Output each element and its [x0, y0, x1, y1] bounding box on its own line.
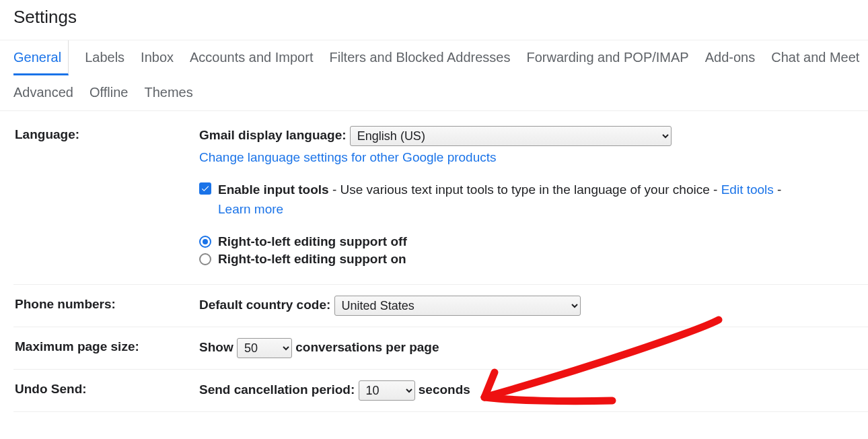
enable-input-tools-label: Enable input tools: [218, 182, 329, 197]
tab-themes[interactable]: Themes: [144, 75, 192, 110]
tab-offline[interactable]: Offline: [89, 75, 128, 110]
display-language-select[interactable]: English (US): [350, 126, 672, 146]
enable-input-tools-checkbox[interactable]: [199, 182, 211, 195]
edit-tools-link[interactable]: Edit tools: [721, 182, 774, 197]
tab-filters-blocked[interactable]: Filters and Blocked Addresses: [329, 40, 510, 75]
default-country-code-label: Default country code:: [199, 298, 330, 312]
display-language-label: Gmail display language:: [199, 128, 347, 142]
page-size-select[interactable]: 50: [237, 338, 292, 358]
tab-accounts-and-import[interactable]: Accounts and Import: [190, 40, 313, 75]
show-prefix: Show: [199, 340, 233, 354]
country-code-select[interactable]: United States: [334, 296, 581, 316]
label-phone-numbers: Phone numbers:: [15, 296, 199, 316]
tab-labels[interactable]: Labels: [85, 40, 124, 75]
seconds-suffix: seconds: [419, 382, 470, 397]
row-phone-numbers: Phone numbers: Default country code: Uni…: [13, 285, 868, 327]
row-max-page-size: Maximum page size: Show 50 conversations…: [13, 327, 868, 370]
rtl-on-radio[interactable]: [199, 253, 211, 265]
tab-forwarding-pop-imap[interactable]: Forwarding and POP/IMAP: [527, 40, 689, 75]
enable-input-tools-desc: - Use various text input tools to type i…: [329, 182, 721, 197]
learn-more-link[interactable]: Learn more: [218, 202, 283, 216]
conversations-suffix: conversations per page: [295, 340, 439, 354]
tab-advanced[interactable]: Advanced: [13, 75, 73, 110]
tab-chat-and-meet[interactable]: Chat and Meet: [771, 40, 859, 75]
change-language-link[interactable]: Change language settings for other Googl…: [199, 150, 497, 164]
tab-general[interactable]: General: [13, 40, 69, 75]
label-max-page-size: Maximum page size:: [15, 338, 199, 358]
tab-inbox[interactable]: Inbox: [141, 40, 174, 75]
tab-add-ons[interactable]: Add-ons: [705, 40, 756, 75]
checkmark-icon: [201, 184, 210, 193]
label-undo-send: Undo Send:: [15, 380, 199, 401]
rtl-on-label: Right-to-left editing support on: [218, 252, 406, 267]
cancellation-prefix: Send cancellation period:: [199, 382, 355, 397]
page-title: Settings: [13, 0, 868, 40]
rtl-off-radio[interactable]: [199, 236, 211, 248]
dash-sep: -: [774, 182, 782, 197]
row-undo-send: Undo Send: Send cancellation period: 10 …: [13, 370, 868, 412]
row-language: Language: Gmail display language: Englis…: [13, 111, 868, 285]
rtl-off-label: Right-to-left editing support off: [218, 234, 407, 249]
undo-send-select[interactable]: 10: [359, 380, 415, 401]
tabs-bar: General Labels Inbox Accounts and Import…: [0, 40, 868, 111]
label-language: Language:: [15, 126, 199, 267]
